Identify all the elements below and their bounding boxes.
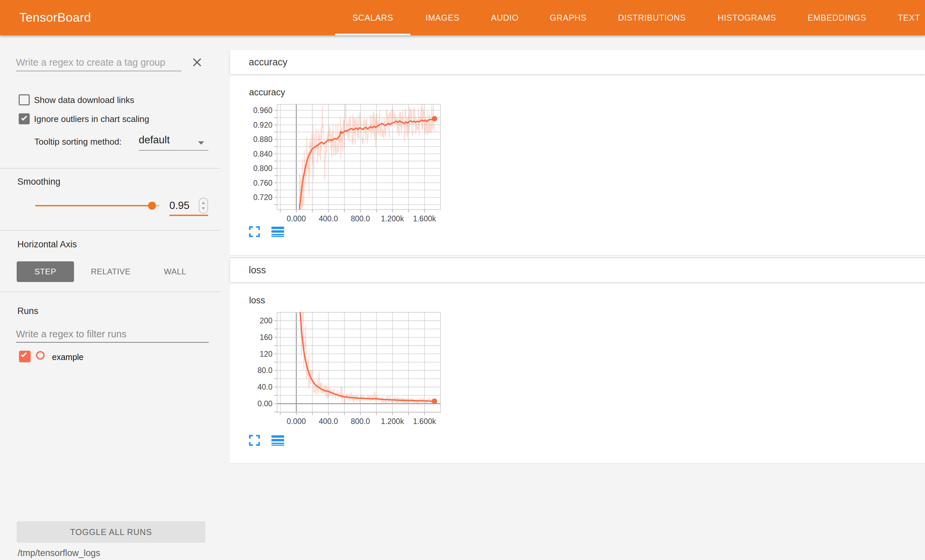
tooltip-sorting-label: Tooltip sorting method: [34,137,122,147]
axis-relative-button[interactable]: RELATIVE [84,261,137,282]
stepper-up-icon[interactable] [202,202,205,204]
checkbox-label: Ignore outliers in chart scaling [34,114,149,125]
divider [0,230,220,231]
runs-selector-icon[interactable] [271,226,284,239]
app-header: TensorBoard SCALARSIMAGESAUDIOGRAPHSDIST… [0,0,925,35]
expand-chart-icon[interactable] [249,226,260,239]
run-color-circle-icon[interactable] [36,351,45,360]
accuracy-pane: accuracy accuracy 0.000400.0800.01.200k1… [230,50,925,257]
log-directory-path: /tmp/tensorflow_logs [18,548,100,558]
svg-text:0.000: 0.000 [287,417,306,426]
svg-text:800.0: 800.0 [351,214,370,223]
loss-pane-content: loss 0.000400.0800.01.200k1.600k0.0040.0… [230,282,925,464]
tab-audio[interactable]: AUDIO [491,0,518,35]
svg-text:120: 120 [260,350,273,358]
svg-text:0.880: 0.880 [253,135,273,144]
svg-text:1.600k: 1.600k [413,417,436,426]
runs-filter-input[interactable] [16,326,209,343]
chart-title: accuracy [249,87,285,98]
accuracy-pane-content: accuracy 0.000400.0800.01.200k1.600k0.72… [230,74,925,256]
toggle-all-runs-button[interactable]: TOGGLE ALL RUNS [17,521,205,543]
chevron-down-icon[interactable] [198,142,204,145]
run-name: example [52,352,84,363]
svg-text:0.00: 0.00 [258,399,273,408]
smoothing-stepper[interactable] [199,198,208,214]
tab-text[interactable]: TEXT [898,0,920,35]
ignore-outliers-checkbox[interactable] [19,113,30,124]
svg-text:800.0: 800.0 [351,417,370,426]
check-icon [21,351,27,357]
tab-images[interactable]: IMAGES [425,0,459,35]
tab-graphs[interactable]: GRAPHS [550,0,586,35]
main-content: accuracy accuracy 0.000400.0800.01.200k1… [230,35,925,560]
pane-title: accuracy [249,50,288,74]
svg-text:1.200k: 1.200k [381,214,404,223]
checkbox-label: Show data download links [34,95,134,106]
svg-text:0.000: 0.000 [287,214,306,223]
svg-text:400.0: 400.0 [319,214,338,223]
smoothing-underline [169,215,208,216]
svg-text:40.0: 40.0 [258,383,273,391]
tooltip-sorting-select[interactable]: default [139,134,170,146]
tab-distributions[interactable]: DISTRIBUTIONS [618,0,685,35]
loss-pane: loss loss 0.000400.0800.01.200k1.600k0.0… [230,257,925,464]
chart-title: loss [249,295,265,306]
svg-text:160: 160 [260,333,273,342]
select-underline [139,150,208,151]
svg-text:400.0: 400.0 [319,417,338,426]
nav-tabs: SCALARSIMAGESAUDIOGRAPHSDISTRIBUTIONSHIS… [0,0,925,35]
svg-text:1.200k: 1.200k [381,417,404,426]
slider-fill [35,205,152,206]
run-checkbox[interactable] [19,351,31,362]
svg-text:0.720: 0.720 [253,193,273,202]
smoothing-slider[interactable] [35,205,160,206]
svg-text:0.840: 0.840 [253,150,273,158]
divider [0,168,220,169]
loss-pane-header[interactable]: loss [230,258,925,282]
accuracy-chart[interactable]: 0.000400.0800.01.200k1.600k0.7200.7600.8… [230,102,455,228]
axis-step-button[interactable]: STEP [17,261,74,282]
smoothing-value-input[interactable] [169,198,196,213]
runs-label: Runs [17,306,38,316]
accuracy-pane-header[interactable]: accuracy [230,50,925,74]
tab-histograms[interactable]: HISTOGRAMS [718,0,776,35]
runs-selector-icon[interactable] [271,435,284,447]
tag-filter-input[interactable] [16,54,181,71]
sidebar: Show data download links Ignore outliers… [0,35,230,560]
check-icon [21,115,27,120]
svg-text:200: 200 [260,316,273,325]
loss-chart[interactable]: 0.000400.0800.01.200k1.600k0.0040.080.01… [230,310,455,431]
close-icon[interactable] [191,56,203,69]
tab-scalars[interactable]: SCALARS [353,0,393,35]
divider [0,291,220,292]
expand-chart-icon[interactable] [249,435,260,447]
svg-text:80.0: 80.0 [258,366,273,375]
axis-wall-button[interactable]: WALL [154,261,197,282]
pane-title: loss [249,258,266,282]
svg-text:0.920: 0.920 [253,120,273,129]
stepper-down-icon[interactable] [202,207,205,210]
smoothing-label: Smoothing [17,177,60,187]
svg-text:0.800: 0.800 [253,164,273,173]
tab-embeddings[interactable]: EMBEDDINGS [807,0,866,35]
show-download-links-checkbox[interactable] [19,94,30,105]
horizontal-axis-label: Horizontal Axis [17,239,77,250]
svg-text:0.960: 0.960 [253,106,273,115]
slider-knob[interactable] [148,202,156,210]
svg-text:1.600k: 1.600k [413,214,436,223]
svg-text:0.760: 0.760 [253,179,273,187]
